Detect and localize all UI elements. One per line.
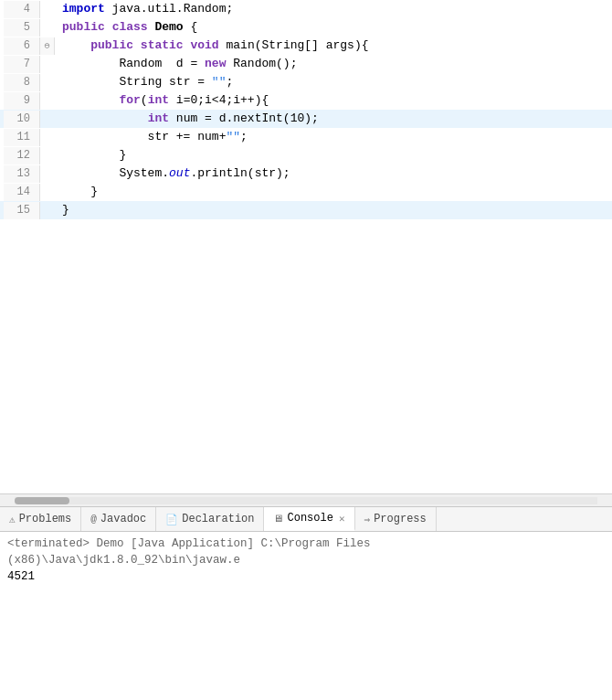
- code-line-9: 9 for(int i=0;i<4;i++){: [0, 91, 612, 110]
- code-line-10: 10 int num = d.nextInt(10);: [0, 110, 612, 128]
- console-output-line: 4521: [7, 568, 605, 585]
- code-line-7: 7 Random d = new Random();: [0, 55, 612, 73]
- tab-javadoc[interactable]: @ Javadoc: [81, 507, 156, 531]
- code-line-11: 11 str += num+"";: [0, 128, 612, 146]
- console-area: <terminated> Demo [Java Application] C:\…: [0, 532, 612, 589]
- code-line-4: 4 import java.util.Random;: [0, 0, 612, 18]
- code-line-5: 5 public class Demo {: [0, 18, 612, 37]
- tab-console-label: Console: [287, 512, 332, 525]
- tab-progress-label: Progress: [374, 513, 427, 525]
- tab-problems[interactable]: ⚠ Problems: [0, 507, 81, 531]
- tab-console[interactable]: 🖥 Console ✕: [264, 507, 354, 531]
- collapse-icon-6[interactable]: ⊖: [44, 37, 49, 55]
- tab-progress[interactable]: ⇒ Progress: [355, 507, 437, 531]
- code-line-13: 13 System.out.println(str);: [0, 164, 612, 183]
- tab-declaration[interactable]: 📄 Declaration: [156, 507, 264, 531]
- editor-area: 4 import java.util.Random; 5 public clas…: [0, 0, 612, 493]
- tab-declaration-label: Declaration: [182, 513, 254, 525]
- console-terminated-line: <terminated> Demo [Java Application] C:\…: [7, 536, 605, 568]
- tab-javadoc-label: Javadoc: [100, 513, 146, 525]
- code-line-8: 8 String str = "";: [0, 73, 612, 91]
- horizontal-scrollbar[interactable]: [0, 493, 612, 506]
- console-icon: 🖥: [273, 513, 283, 525]
- tab-problems-label: Problems: [19, 513, 72, 525]
- progress-icon: ⇒: [364, 514, 371, 525]
- javadoc-icon: @: [90, 514, 97, 525]
- console-close-icon[interactable]: ✕: [339, 513, 345, 525]
- code-line-6: 6 ⊖ public static void main(String[] arg…: [0, 37, 612, 55]
- scroll-thumb[interactable]: [15, 497, 69, 504]
- code-line-14: 14 }: [0, 183, 612, 201]
- code-line-15: 15 }: [0, 201, 612, 219]
- code-container: 4 import java.util.Random; 5 public clas…: [0, 0, 612, 219]
- code-line-12: 12 }: [0, 146, 612, 164]
- tabs-bar: ⚠ Problems @ Javadoc 📄 Declaration 🖥 Con…: [0, 506, 612, 532]
- scroll-track[interactable]: [15, 497, 597, 504]
- problems-icon: ⚠: [9, 514, 16, 525]
- declaration-icon: 📄: [165, 514, 178, 525]
